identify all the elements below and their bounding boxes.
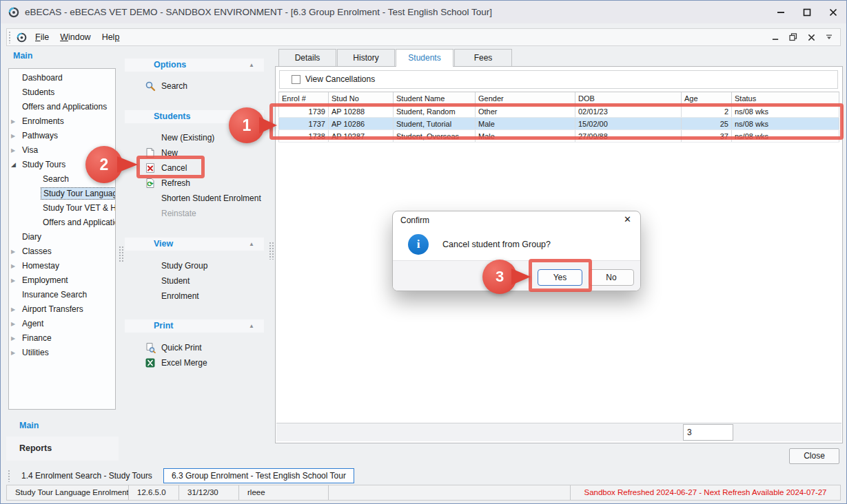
action-label: New (Existing) <box>161 131 214 145</box>
collapsed-expander-icon[interactable]: ▶ <box>11 331 18 346</box>
tree-item-students[interactable]: Students <box>9 85 115 100</box>
dialog-close-icon[interactable]: ✕ <box>624 214 631 224</box>
tree-item-label: Study Tour VET & HE Er <box>41 202 116 213</box>
collapse-arrow-icon[interactable]: ▲ <box>249 59 254 72</box>
tree-item-diary[interactable]: Diary <box>9 230 115 244</box>
section-title: Print <box>154 321 173 330</box>
search-icon <box>145 81 156 92</box>
tree-item-homestay[interactable]: ▶Homestay <box>9 259 115 273</box>
annotation-step-2-marker: 2 <box>85 146 123 183</box>
tab-history[interactable]: History <box>337 49 395 66</box>
tree-item-classes[interactable]: ▶Classes <box>9 244 115 259</box>
tree-item-enrolments[interactable]: ▶Enrolments <box>9 114 115 129</box>
menu-file[interactable]: File <box>30 32 54 42</box>
annotation-highlight-rows <box>269 103 844 140</box>
section-header-options: Options▲ <box>125 59 264 72</box>
close-icon[interactable] <box>820 1 846 23</box>
tree-item-label: Employment <box>20 275 70 286</box>
tree-item-label: Classes <box>20 246 54 257</box>
minimize-icon[interactable] <box>768 1 794 23</box>
tree-item-study-tour-language-e[interactable]: Study Tour Language E <box>9 187 115 201</box>
tree-item-insurance-search[interactable]: Insurance Search <box>9 288 115 302</box>
tree-item-agent[interactable]: ▶Agent <box>9 317 115 331</box>
action-label: Quick Print <box>161 341 202 355</box>
open-windows-tabbar: 1.4 Enrolment Search - Study Tours6.3 Gr… <box>6 468 841 484</box>
maximize-icon[interactable] <box>794 1 820 23</box>
tree-item-label: Agent <box>20 318 45 329</box>
navigation-pane: Main DashboardStudentsOffers and Applica… <box>6 46 119 465</box>
tree-item-label: Insurance Search <box>20 289 89 300</box>
tree-item-label: Visa <box>20 145 40 156</box>
collapsed-expander-icon[interactable]: ▶ <box>11 346 18 360</box>
menu-items: FileWindowHelp <box>30 29 125 45</box>
collapsed-expander-icon[interactable]: ▶ <box>11 114 18 129</box>
tree-item-finance[interactable]: ▶Finance <box>9 331 115 346</box>
status-cell: Study Tour Language Enrolments <box>7 485 129 500</box>
tab-details[interactable]: Details <box>278 49 336 66</box>
mdi-minimize-icon[interactable] <box>770 32 781 43</box>
dialog-title: Confirm <box>393 211 640 229</box>
status-cell: 12.6.5.0 <box>129 485 179 500</box>
splitter-handle[interactable] <box>269 242 274 260</box>
tree-item-airport-transfers[interactable]: ▶Airport Transfers <box>9 302 115 317</box>
collapsed-expander-icon[interactable]: ▶ <box>11 259 18 273</box>
tree-item-offers-and-applications[interactable]: Offers and Applications <box>9 216 115 230</box>
dialog-message: Cancel student from Group? <box>442 240 551 249</box>
menubar-grip[interactable] <box>8 31 12 43</box>
nav-tree: DashboardStudentsOffers and Applications… <box>8 68 116 410</box>
nav-section-main[interactable]: Main <box>6 414 119 437</box>
quick-print-icon <box>145 342 156 353</box>
collapsed-expander-icon[interactable]: ▶ <box>11 129 18 143</box>
menu-help[interactable]: Help <box>96 32 125 42</box>
tree-item-pathways[interactable]: ▶Pathways <box>9 129 115 143</box>
tree-item-employment[interactable]: ▶Employment <box>9 273 115 288</box>
tab-students[interactable]: Students <box>396 49 453 67</box>
app-logo-icon <box>8 7 19 18</box>
nav-section-reports[interactable]: Reports <box>6 437 119 461</box>
mdi-close-icon[interactable] <box>806 32 817 43</box>
splitter-handle[interactable] <box>119 246 123 262</box>
action-label: Enrolment <box>161 289 199 303</box>
tab-fees[interactable]: Fees <box>454 49 512 66</box>
annotation-step-1-marker: 1 <box>229 107 265 143</box>
status-bar: Study Tour Language Enrolments12.6.5.031… <box>6 485 841 501</box>
view-cancellations-checkbox[interactable] <box>292 75 300 84</box>
menu-window[interactable]: Window <box>54 32 96 42</box>
no-button[interactable]: No <box>589 269 634 286</box>
title-bar: eBECAS - eBECAS VET DEMO - SANDBOX ENVIR… <box>1 1 846 23</box>
mdi-pin-menu-icon[interactable] <box>824 32 835 43</box>
window-tab-1-4-enrolment-search-study-tours[interactable]: 1.4 Enrolment Search - Study Tours <box>13 468 161 483</box>
excel-icon <box>145 357 156 368</box>
svg-text:⟳: ⟳ <box>147 180 154 188</box>
collapse-arrow-icon[interactable]: ▲ <box>249 319 254 333</box>
tree-item-dashboard[interactable]: Dashboard <box>9 71 115 85</box>
collapse-arrow-icon[interactable]: ▲ <box>249 238 254 251</box>
mdi-app-icon[interactable] <box>17 32 27 43</box>
action-label: Shorten Student Enrolment <box>161 191 261 205</box>
collapsed-expander-icon[interactable]: ▶ <box>11 244 18 259</box>
expanded-expander-icon[interactable]: ◢ <box>11 158 18 172</box>
tree-item-utilities[interactable]: ▶Utilities <box>9 346 115 360</box>
collapsed-expander-icon[interactable]: ▶ <box>11 273 18 288</box>
section-header-print: Print▲ <box>125 319 264 333</box>
tree-item-label: Search <box>41 174 71 185</box>
nav-pane-title: Main <box>13 51 32 61</box>
app-window: eBECAS - eBECAS VET DEMO - SANDBOX ENVIR… <box>0 0 847 504</box>
collapsed-expander-icon[interactable]: ▶ <box>11 317 18 331</box>
tree-item-offers-and-applications[interactable]: Offers and Applications <box>9 100 115 114</box>
tabbar-grip[interactable] <box>8 470 11 482</box>
action-label: Excel Merge <box>161 356 207 370</box>
action-label: Reinstate <box>161 207 196 220</box>
annotation-highlight-yes <box>529 259 592 292</box>
tree-item-label: Airport Transfers <box>20 304 85 315</box>
action-label: Study Group <box>161 259 207 273</box>
tree-item-label: Utilities <box>20 347 51 358</box>
collapsed-expander-icon[interactable]: ▶ <box>11 302 18 317</box>
mdi-restore-icon[interactable] <box>788 32 799 43</box>
window-tab-6-3-group-enrolment-test-english-school-tour[interactable]: 6.3 Group Enrolment - Test English Schoo… <box>163 468 354 483</box>
action-label: Refresh <box>161 176 190 190</box>
close-button[interactable]: Close <box>789 448 839 464</box>
tree-item-study-tour-vet-he-er[interactable]: Study Tour VET & HE Er <box>9 201 115 216</box>
tree-item-label: Homestay <box>20 260 61 271</box>
collapsed-expander-icon[interactable]: ▶ <box>11 143 18 158</box>
